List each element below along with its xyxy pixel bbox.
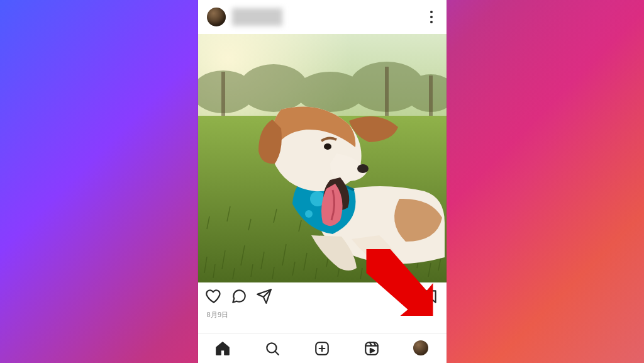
dot-icon — [430, 21, 433, 23]
dot-icon — [430, 16, 433, 18]
save-button[interactable] — [423, 288, 439, 304]
comment-button[interactable] — [231, 288, 247, 304]
more-options-button[interactable] — [423, 8, 440, 26]
svg-line-17 — [275, 351, 278, 354]
nav-profile-button[interactable] — [413, 340, 430, 357]
svg-point-15 — [324, 143, 331, 150]
like-button[interactable] — [206, 288, 222, 304]
bottom-nav — [198, 333, 447, 363]
dot-icon — [430, 11, 433, 13]
phone-frame: 8月9日 — [198, 0, 447, 363]
nav-search-button[interactable] — [264, 340, 280, 357]
profile-avatar-icon — [413, 340, 428, 355]
nav-create-button[interactable] — [314, 340, 330, 357]
share-button[interactable] — [256, 288, 272, 304]
post-date: 8月9日 — [198, 310, 447, 319]
poster-avatar[interactable] — [207, 8, 226, 26]
post-photo[interactable] — [198, 34, 447, 282]
poster-username[interactable] — [232, 8, 282, 26]
nav-reels-button[interactable] — [364, 340, 380, 357]
svg-point-14 — [357, 164, 369, 173]
svg-point-13 — [305, 210, 313, 218]
gradient-background: 8月9日 — [0, 0, 644, 363]
nav-home-button[interactable] — [214, 340, 231, 357]
post-actions — [198, 282, 447, 310]
post-header — [198, 0, 447, 34]
